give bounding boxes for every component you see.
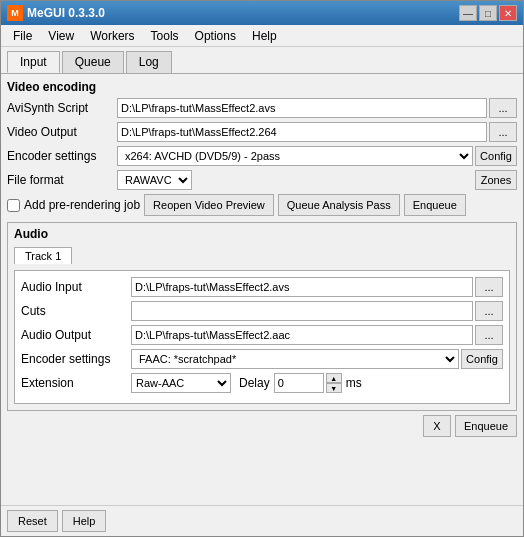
encoder-settings-row: Encoder settings x264: AVCHD (DVD5/9) - … xyxy=(7,146,517,166)
queue-analysis-pass-button[interactable]: Queue Analysis Pass xyxy=(278,194,400,216)
cuts-input[interactable] xyxy=(131,301,473,321)
bottom-enqueue-row: X Enqueue xyxy=(7,415,517,437)
audio-output-row: Audio Output ... xyxy=(21,325,503,345)
avisynth-script-row: AviSynth Script ... xyxy=(7,98,517,118)
main-content: Video encoding AviSynth Script ... Video… xyxy=(1,73,523,505)
reopen-video-preview-button[interactable]: Reopen Video Preview xyxy=(144,194,274,216)
audio-input-row: Audio Input ... xyxy=(21,277,503,297)
menu-tools[interactable]: Tools xyxy=(143,27,187,45)
video-output-row: Video Output ... xyxy=(7,122,517,142)
avisynth-script-label: AviSynth Script xyxy=(7,101,117,115)
maximize-button[interactable]: □ xyxy=(479,5,497,21)
ms-label: ms xyxy=(346,376,362,390)
file-format-combo[interactable]: RAWAVC xyxy=(117,170,192,190)
x-button[interactable]: X xyxy=(423,415,451,437)
audio-track-content: Audio Input ... Cuts ... Audio Output ..… xyxy=(14,270,510,404)
window-title: MeGUI 0.3.3.0 xyxy=(27,6,105,20)
encoder-settings-combo[interactable]: x264: AVCHD (DVD5/9) - 2pass xyxy=(117,146,473,166)
app-icon: M xyxy=(7,5,23,21)
cuts-row: Cuts ... xyxy=(21,301,503,321)
bottom-left-buttons: Reset Help xyxy=(7,510,106,532)
avisynth-script-browse-button[interactable]: ... xyxy=(489,98,517,118)
audio-config-button[interactable]: Config xyxy=(461,349,503,369)
audio-track1-tab[interactable]: Track 1 xyxy=(14,247,72,264)
tab-queue[interactable]: Queue xyxy=(62,51,124,73)
menu-view[interactable]: View xyxy=(40,27,82,45)
menu-workers[interactable]: Workers xyxy=(82,27,142,45)
extension-delay-row: Extension Raw-AAC Delay ▲ ▼ ms xyxy=(21,373,503,393)
audio-encoder-settings-label: Encoder settings xyxy=(21,352,131,366)
menu-bar: File View Workers Tools Options Help xyxy=(1,25,523,47)
video-output-input[interactable] xyxy=(117,122,487,142)
delay-input[interactable] xyxy=(274,373,324,393)
title-bar-left: M MeGUI 0.3.3.0 xyxy=(7,5,105,21)
audio-input-field[interactable] xyxy=(131,277,473,297)
bottom-bar: Reset Help xyxy=(1,505,523,536)
file-format-row: File format RAWAVC Zones xyxy=(7,170,517,190)
close-button[interactable]: ✕ xyxy=(499,5,517,21)
cuts-label: Cuts xyxy=(21,304,131,318)
main-tabs-bar: Input Queue Log xyxy=(1,47,523,73)
audio-enqueue-button[interactable]: Enqueue xyxy=(455,415,517,437)
minimize-button[interactable]: — xyxy=(459,5,477,21)
file-format-label: File format xyxy=(7,173,117,187)
reset-button[interactable]: Reset xyxy=(7,510,58,532)
audio-section-title: Audio xyxy=(14,227,510,241)
menu-help[interactable]: Help xyxy=(244,27,285,45)
video-output-browse-button[interactable]: ... xyxy=(489,122,517,142)
audio-section: Audio Track 1 Audio Input ... Cuts ... xyxy=(7,222,517,411)
delay-up-button[interactable]: ▲ xyxy=(326,373,342,383)
add-pre-rendering-checkbox[interactable] xyxy=(7,199,20,212)
tab-log[interactable]: Log xyxy=(126,51,172,73)
add-pre-rendering-label: Add pre-rendering job xyxy=(24,198,140,212)
encoder-settings-label: Encoder settings xyxy=(7,149,117,163)
delay-down-button[interactable]: ▼ xyxy=(326,383,342,393)
extension-label: Extension xyxy=(21,376,131,390)
video-output-label: Video Output xyxy=(7,125,117,139)
delay-spinner: ▲ ▼ xyxy=(326,373,342,393)
audio-input-label: Audio Input xyxy=(21,280,131,294)
video-enqueue-button[interactable]: Enqueue xyxy=(404,194,466,216)
extension-combo[interactable]: Raw-AAC xyxy=(131,373,231,393)
audio-output-field[interactable] xyxy=(131,325,473,345)
title-buttons: — □ ✕ xyxy=(459,5,517,21)
video-encoding-title: Video encoding xyxy=(7,80,517,94)
audio-input-browse-button[interactable]: ... xyxy=(475,277,503,297)
audio-encoder-settings-combo[interactable]: FAAC: *scratchpad* xyxy=(131,349,459,369)
audio-track-tabs: Track 1 xyxy=(14,247,510,264)
delay-label: Delay xyxy=(239,376,270,390)
audio-output-label: Audio Output xyxy=(21,328,131,342)
avisynth-script-input[interactable] xyxy=(117,98,487,118)
actions-row: Add pre-rendering job Reopen Video Previ… xyxy=(7,194,517,216)
menu-options[interactable]: Options xyxy=(187,27,244,45)
audio-encoder-settings-row: Encoder settings FAAC: *scratchpad* Conf… xyxy=(21,349,503,369)
zones-button[interactable]: Zones xyxy=(475,170,517,190)
encoder-config-button[interactable]: Config xyxy=(475,146,517,166)
tab-input[interactable]: Input xyxy=(7,51,60,73)
cuts-browse-button[interactable]: ... xyxy=(475,301,503,321)
help-button[interactable]: Help xyxy=(62,510,107,532)
title-bar: M MeGUI 0.3.3.0 — □ ✕ xyxy=(1,1,523,25)
menu-file[interactable]: File xyxy=(5,27,40,45)
main-window: M MeGUI 0.3.3.0 — □ ✕ File View Workers … xyxy=(0,0,524,537)
audio-output-browse-button[interactable]: ... xyxy=(475,325,503,345)
